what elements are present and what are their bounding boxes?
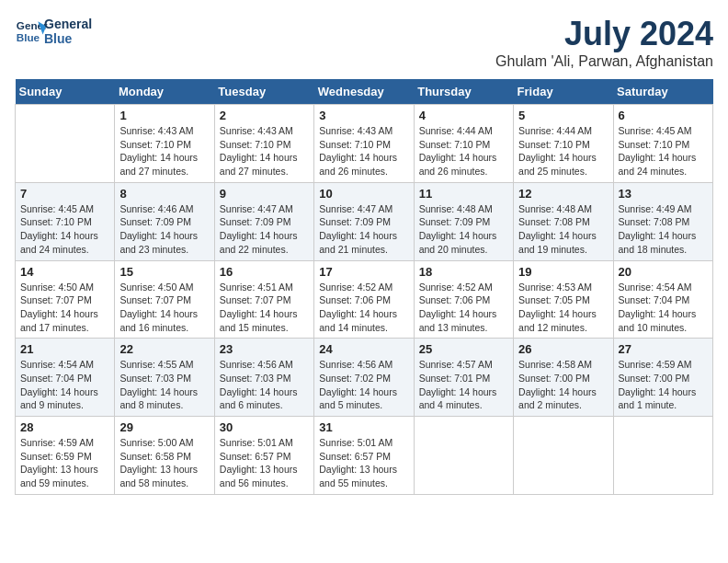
day-info: Sunrise: 4:59 AMSunset: 6:59 PMDaylight:… (20, 436, 109, 490)
calendar-cell: 22Sunrise: 4:55 AMSunset: 7:03 PMDayligh… (115, 339, 214, 417)
calendar-cell: 30Sunrise: 5:01 AMSunset: 6:57 PMDayligh… (214, 417, 313, 495)
day-info: Sunrise: 4:48 AMSunset: 7:08 PMDaylight:… (518, 202, 608, 257)
calendar-header: SundayMondayTuesdayWednesdayThursdayFrid… (16, 79, 713, 105)
day-info: Sunrise: 4:50 AMSunset: 7:07 PMDaylight:… (119, 281, 209, 335)
day-number: 2 (220, 109, 309, 122)
day-number: 18 (419, 265, 508, 279)
day-info: Sunrise: 5:01 AMSunset: 6:57 PMDaylight:… (319, 436, 408, 490)
header-day-tuesday: Tuesday (214, 79, 313, 105)
calendar-cell: 3Sunrise: 4:43 AMSunset: 7:10 PMDaylight… (314, 105, 414, 183)
header-day-saturday: Saturday (613, 79, 712, 105)
day-info: Sunrise: 4:47 AMSunset: 7:09 PMDaylight:… (319, 202, 408, 257)
svg-text:Blue: Blue (17, 31, 40, 43)
day-info: Sunrise: 4:43 AMSunset: 7:10 PMDaylight:… (119, 124, 209, 178)
calendar-cell: 23Sunrise: 4:56 AMSunset: 7:03 PMDayligh… (214, 339, 313, 417)
calendar-cell: 31Sunrise: 5:01 AMSunset: 6:57 PMDayligh… (314, 417, 414, 495)
calendar-cell: 25Sunrise: 4:57 AMSunset: 7:01 PMDayligh… (414, 339, 513, 417)
logo: General Blue General Blue (15, 15, 92, 48)
day-number: 12 (518, 187, 608, 201)
day-number: 9 (220, 187, 309, 201)
day-number: 28 (20, 420, 109, 434)
logo-icon: General Blue (15, 15, 48, 48)
day-info: Sunrise: 5:00 AMSunset: 6:58 PMDaylight:… (119, 436, 209, 490)
day-info: Sunrise: 4:52 AMSunset: 7:06 PMDaylight:… (319, 281, 408, 335)
day-number: 15 (119, 265, 209, 279)
day-number: 24 (319, 342, 408, 356)
calendar-cell: 4Sunrise: 4:44 AMSunset: 7:10 PMDaylight… (414, 105, 513, 183)
calendar-cell: 17Sunrise: 4:52 AMSunset: 7:06 PMDayligh… (314, 260, 414, 339)
day-number: 30 (220, 420, 309, 434)
calendar-cell: 20Sunrise: 4:54 AMSunset: 7:04 PMDayligh… (613, 260, 712, 339)
calendar-cell: 21Sunrise: 4:54 AMSunset: 7:04 PMDayligh… (16, 339, 115, 417)
calendar-cell: 16Sunrise: 4:51 AMSunset: 7:07 PMDayligh… (214, 260, 313, 339)
calendar-cell (414, 417, 513, 495)
calendar-cell (514, 417, 613, 495)
day-number: 20 (619, 265, 708, 279)
day-info: Sunrise: 4:48 AMSunset: 7:09 PMDaylight:… (419, 202, 508, 257)
calendar-cell: 18Sunrise: 4:52 AMSunset: 7:06 PMDayligh… (414, 260, 513, 339)
header-day-wednesday: Wednesday (314, 79, 414, 105)
day-number: 8 (119, 187, 209, 201)
day-info: Sunrise: 4:55 AMSunset: 7:03 PMDaylight:… (119, 358, 209, 412)
day-number: 6 (619, 109, 708, 122)
logo-text-blue: Blue (44, 31, 92, 46)
day-number: 29 (119, 420, 209, 434)
calendar-cell (16, 105, 115, 183)
week-row-2: 7Sunrise: 4:45 AMSunset: 7:10 PMDaylight… (16, 182, 713, 260)
day-number: 23 (220, 342, 309, 356)
week-row-3: 14Sunrise: 4:50 AMSunset: 7:07 PMDayligh… (16, 260, 713, 339)
calendar-table: SundayMondayTuesdayWednesdayThursdayFrid… (15, 79, 713, 495)
day-info: Sunrise: 4:58 AMSunset: 7:00 PMDaylight:… (518, 358, 608, 412)
day-info: Sunrise: 4:59 AMSunset: 7:00 PMDaylight:… (619, 358, 708, 412)
day-info: Sunrise: 4:50 AMSunset: 7:07 PMDaylight:… (20, 281, 109, 335)
day-info: Sunrise: 4:57 AMSunset: 7:01 PMDaylight:… (419, 358, 508, 412)
day-info: Sunrise: 4:44 AMSunset: 7:10 PMDaylight:… (518, 124, 608, 178)
day-number: 25 (419, 342, 508, 356)
day-info: Sunrise: 4:47 AMSunset: 7:09 PMDaylight:… (220, 202, 309, 257)
day-info: Sunrise: 4:54 AMSunset: 7:04 PMDaylight:… (20, 358, 109, 412)
day-info: Sunrise: 4:52 AMSunset: 7:06 PMDaylight:… (419, 281, 508, 335)
day-info: Sunrise: 4:45 AMSunset: 7:10 PMDaylight:… (20, 202, 109, 257)
day-number: 27 (619, 342, 708, 356)
header-day-monday: Monday (115, 79, 214, 105)
page-header: General Blue General Blue July 2024 Ghul… (15, 15, 713, 70)
calendar-cell: 13Sunrise: 4:49 AMSunset: 7:08 PMDayligh… (613, 182, 712, 260)
day-info: Sunrise: 4:43 AMSunset: 7:10 PMDaylight:… (319, 124, 408, 178)
calendar-cell: 14Sunrise: 4:50 AMSunset: 7:07 PMDayligh… (16, 260, 115, 339)
day-number: 4 (419, 109, 508, 122)
week-row-5: 28Sunrise: 4:59 AMSunset: 6:59 PMDayligh… (16, 417, 713, 495)
day-info: Sunrise: 4:56 AMSunset: 7:03 PMDaylight:… (220, 358, 309, 412)
header-day-thursday: Thursday (414, 79, 513, 105)
day-number: 7 (20, 187, 109, 201)
week-row-1: 1Sunrise: 4:43 AMSunset: 7:10 PMDaylight… (16, 105, 713, 183)
calendar-cell: 29Sunrise: 5:00 AMSunset: 6:58 PMDayligh… (115, 417, 214, 495)
day-info: Sunrise: 4:53 AMSunset: 7:05 PMDaylight:… (518, 281, 608, 335)
day-info: Sunrise: 4:51 AMSunset: 7:07 PMDaylight:… (220, 281, 309, 335)
title-section: July 2024 Ghulam 'Ali, Parwan, Afghanist… (495, 15, 713, 70)
header-day-sunday: Sunday (16, 79, 115, 105)
day-info: Sunrise: 5:01 AMSunset: 6:57 PMDaylight:… (220, 436, 309, 490)
day-info: Sunrise: 4:54 AMSunset: 7:04 PMDaylight:… (619, 281, 708, 335)
calendar-cell: 15Sunrise: 4:50 AMSunset: 7:07 PMDayligh… (115, 260, 214, 339)
calendar-cell: 10Sunrise: 4:47 AMSunset: 7:09 PMDayligh… (314, 182, 414, 260)
calendar-cell: 6Sunrise: 4:45 AMSunset: 7:10 PMDaylight… (613, 105, 712, 183)
calendar-cell: 2Sunrise: 4:43 AMSunset: 7:10 PMDaylight… (214, 105, 313, 183)
calendar-cell: 8Sunrise: 4:46 AMSunset: 7:09 PMDaylight… (115, 182, 214, 260)
day-number: 3 (319, 109, 408, 122)
day-info: Sunrise: 4:45 AMSunset: 7:10 PMDaylight:… (619, 124, 708, 178)
week-row-4: 21Sunrise: 4:54 AMSunset: 7:04 PMDayligh… (16, 339, 713, 417)
subtitle: Ghulam 'Ali, Parwan, Afghanistan (495, 53, 713, 70)
header-row: SundayMondayTuesdayWednesdayThursdayFrid… (16, 79, 713, 105)
day-number: 19 (518, 265, 608, 279)
day-info: Sunrise: 4:56 AMSunset: 7:02 PMDaylight:… (319, 358, 408, 412)
calendar-cell: 5Sunrise: 4:44 AMSunset: 7:10 PMDaylight… (514, 105, 613, 183)
calendar-cell: 26Sunrise: 4:58 AMSunset: 7:00 PMDayligh… (514, 339, 613, 417)
day-number: 31 (319, 420, 408, 434)
day-number: 17 (319, 265, 408, 279)
day-info: Sunrise: 4:46 AMSunset: 7:09 PMDaylight:… (119, 202, 209, 257)
day-info: Sunrise: 4:43 AMSunset: 7:10 PMDaylight:… (220, 124, 309, 178)
calendar-body: 1Sunrise: 4:43 AMSunset: 7:10 PMDaylight… (16, 105, 713, 495)
logo-text-general: General (44, 17, 92, 31)
day-number: 14 (20, 265, 109, 279)
calendar-cell (613, 417, 712, 495)
